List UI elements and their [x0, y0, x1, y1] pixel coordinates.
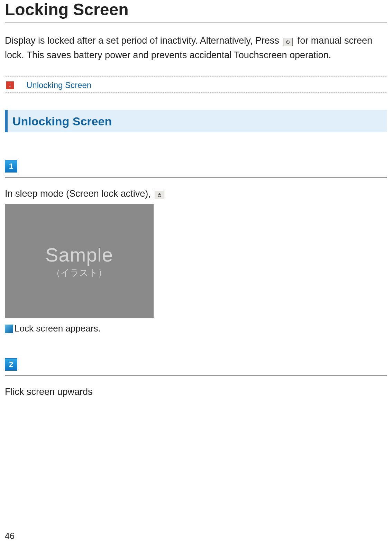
step-1-note-text: Lock screen appears.: [15, 323, 101, 334]
power-button-icon: [155, 191, 164, 199]
intro-paragraph: Display is locked after a set period of …: [5, 34, 387, 63]
title-divider: [5, 23, 387, 23]
note-icon: [5, 325, 13, 333]
intro-text-1: Display is locked after a set period of …: [5, 35, 282, 46]
sample-text-sub: （イラスト）: [52, 267, 107, 279]
page-title: Locking Screen: [5, 0, 387, 23]
section-heading-text: Unlocking Screen: [12, 115, 382, 128]
sample-illustration-placeholder: Sample （イラスト）: [5, 204, 154, 318]
link-unlocking-screen[interactable]: Unlocking Screen: [26, 80, 91, 90]
sample-text-main: Sample: [45, 244, 113, 266]
step-number-badge-2: 2: [5, 358, 17, 371]
step-divider-1: [5, 177, 387, 178]
page-number: 46: [5, 531, 15, 541]
power-button-icon: [283, 38, 293, 46]
down-arrow-icon: ↓: [6, 81, 14, 89]
step-1-note: Lock screen appears.: [5, 323, 387, 334]
anchor-link-list: ↓ Unlocking Screen: [5, 77, 387, 92]
step-number-badge-1: 1: [5, 160, 17, 173]
step-2-text: Flick screen upwards: [5, 385, 387, 399]
section-header-unlocking: Unlocking Screen: [5, 110, 387, 132]
step-1: 1 In sleep mode (Screen lock active), Sa…: [5, 160, 387, 334]
step-2: 2 Flick screen upwards: [5, 358, 387, 399]
step-divider-2: [5, 375, 387, 376]
step-1-text: In sleep mode (Screen lock active),: [5, 187, 387, 201]
step-1-text-content: In sleep mode (Screen lock active),: [5, 188, 153, 199]
